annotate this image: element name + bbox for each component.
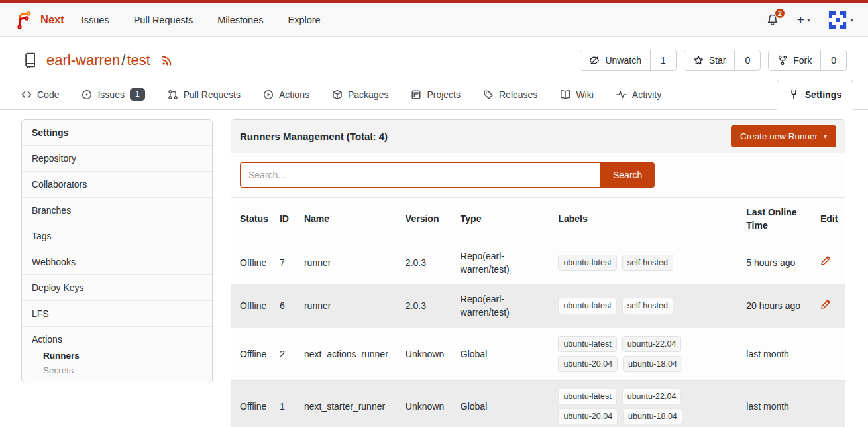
table-header-row: StatusIDNameVersionTypeLabelsLast Online… (231, 198, 845, 241)
repo-separator: / (121, 52, 125, 68)
tab-activity[interactable]: Activity (616, 80, 661, 109)
stars-count[interactable]: 0 (735, 50, 760, 70)
content: Settings RepositoryCollaboratorsBranches… (0, 110, 868, 427)
tab-code[interactable]: Code (21, 80, 59, 109)
runner-name: next_starter_runner (299, 381, 400, 427)
runner-label-chip: ubuntu-22.04 (622, 389, 682, 404)
notifications-button[interactable]: 2 (766, 13, 779, 27)
sidebar-item-branches[interactable]: Branches (22, 198, 212, 223)
sidebar-item-lfs[interactable]: LFS (22, 301, 212, 327)
repo-name-link[interactable]: test (127, 52, 150, 68)
sidebar-item-runners[interactable]: Runners (43, 351, 202, 361)
column-header-edit: Edit (815, 198, 845, 241)
nav-link-issues[interactable]: Issues (81, 15, 109, 25)
navbar: Next Issues Pull Requests Milestones Exp… (0, 3, 868, 37)
tab-actions[interactable]: Actions (263, 80, 309, 109)
pull-request-icon (168, 90, 178, 100)
create-new-runner-button[interactable]: Create new Runner ▾ (731, 125, 836, 147)
package-icon (332, 90, 343, 100)
fork-label: Fork (793, 55, 812, 66)
tab-label: Projects (427, 90, 461, 100)
runner-label-chip: ubuntu-22.04 (622, 336, 682, 352)
sidebar-group-actions: ActionsRunnersSecrets (22, 327, 212, 383)
search-input[interactable] (240, 162, 600, 188)
search-button[interactable]: Search (600, 162, 655, 188)
tab-label: Releases (499, 90, 537, 100)
create-menu-button[interactable]: + ▾ (797, 13, 810, 26)
home-link[interactable]: Next (15, 10, 64, 30)
runner-label-chip: ubuntu-latest (558, 255, 616, 271)
sidebar-item-repository[interactable]: Repository (22, 146, 212, 172)
runner-version: Unknown (400, 381, 455, 427)
tab-issues[interactable]: Issues1 (81, 80, 144, 109)
sidebar-item-deploy-keys[interactable]: Deploy Keys (22, 275, 212, 301)
sidebar-header: Settings (22, 120, 212, 146)
runner-edit-cell (815, 328, 845, 380)
runner-last-online: 5 hours ago (741, 241, 815, 284)
sidebar-item-tags[interactable]: Tags (22, 223, 212, 249)
column-header-type: Type (455, 198, 553, 241)
star-button[interactable]: Star (684, 50, 735, 70)
runners-table: StatusIDNameVersionTypeLabelsLast Online… (231, 198, 845, 427)
runner-label-chip: ubuntu-18.04 (623, 408, 682, 424)
search-section: Search (231, 153, 845, 198)
sidebar-item-secrets[interactable]: Secrets (43, 365, 202, 375)
avatar (828, 11, 847, 29)
repo-owner-link[interactable]: earl-warren (46, 52, 120, 68)
tab-label: Pull Requests (184, 90, 241, 100)
user-menu-button[interactable]: ▾ (828, 11, 853, 29)
play-icon (263, 90, 274, 100)
runner-edit-cell (815, 381, 845, 427)
sidebar-item-actions[interactable]: Actions (32, 334, 202, 345)
runner-edit-cell (815, 284, 845, 328)
plus-icon: + (797, 13, 804, 26)
edit-runner-pencil-icon[interactable] (820, 255, 831, 266)
issue-icon (81, 90, 92, 100)
create-new-runner-label: Create new Runner (740, 131, 818, 141)
tab-projects[interactable]: Projects (411, 80, 461, 109)
runners-panel-header: Runners Management (Total: 4) Create new… (231, 120, 845, 153)
repo-header: earl-warren/test Unwatch 1 (0, 37, 868, 80)
runner-type: Global (455, 328, 553, 380)
unwatch-label: Unwatch (605, 55, 641, 66)
runner-labels-cell: ubuntu-latestself-hosted (553, 284, 741, 328)
runner-name: next_actions_runner (299, 328, 400, 380)
tab-label: Wiki (576, 90, 593, 100)
column-header-version: Version (400, 198, 455, 241)
edit-runner-pencil-icon[interactable] (820, 299, 831, 310)
runner-label-chip: self-hosted (622, 255, 673, 271)
fork-button[interactable]: Fork (769, 50, 821, 70)
runner-label-chip: ubuntu-latest (558, 298, 616, 314)
sidebar-item-webhooks[interactable]: Webhooks (22, 249, 212, 275)
tab-wiki[interactable]: Wiki (560, 80, 593, 109)
pulse-icon (616, 90, 627, 100)
unwatch-button[interactable]: Unwatch (580, 50, 650, 70)
runner-type: Repo(earl-warren/test) (455, 241, 553, 284)
runner-name: runner (299, 241, 400, 284)
tab-label: Packages (348, 90, 388, 100)
forks-count[interactable]: 0 (821, 50, 846, 70)
sidebar-item-collaborators[interactable]: Collaborators (22, 172, 212, 198)
tab-packages[interactable]: Packages (332, 80, 388, 109)
tab-pull-requests[interactable]: Pull Requests (168, 80, 241, 109)
rss-icon[interactable] (161, 54, 173, 66)
runner-label-chip: self-hosted (622, 298, 673, 314)
watch-group: Unwatch 1 (580, 50, 676, 71)
runner-labels-cell: ubuntu-latestself-hosted (553, 241, 741, 284)
nav-link-explore[interactable]: Explore (288, 15, 320, 25)
nav-link-pull-requests[interactable]: Pull Requests (134, 15, 193, 25)
code-icon (21, 90, 32, 100)
runner-version: Unknown (400, 328, 455, 380)
runner-id: 6 (274, 284, 299, 328)
tag-icon (483, 90, 494, 100)
watchers-count[interactable]: 1 (651, 50, 676, 70)
star-label: Star (709, 55, 726, 66)
runner-last-online: 20 hours ago (741, 284, 815, 328)
nav-link-milestones[interactable]: Milestones (217, 15, 263, 25)
runner-row: Offline7runner2.0.3Repo(earl-warren/test… (231, 241, 845, 284)
tab-settings[interactable]: Settings (777, 80, 853, 110)
tab-label: Issues (97, 90, 124, 100)
repo-actions: Unwatch 1 Star 0 (580, 50, 847, 71)
tab-releases[interactable]: Releases (483, 80, 537, 109)
runner-last-online: last month (741, 381, 815, 427)
